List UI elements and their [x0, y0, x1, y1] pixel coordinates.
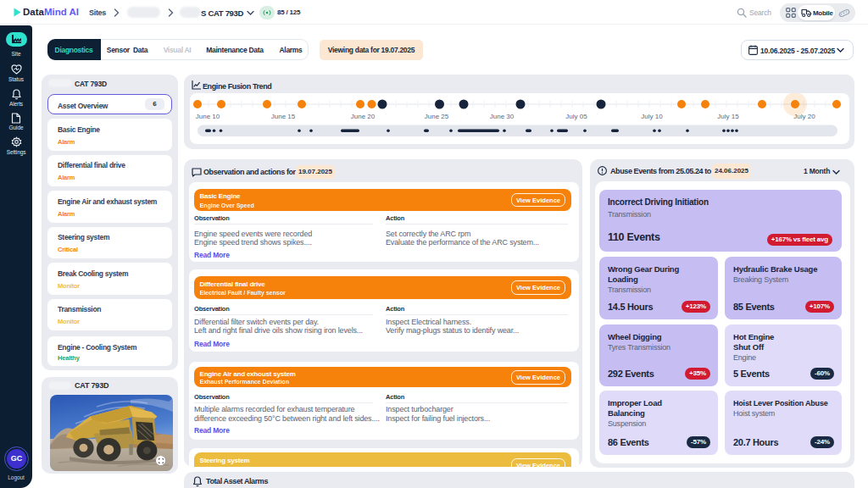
svg-text:June 30: June 30	[490, 113, 515, 120]
svg-text:July 10: July 10	[641, 113, 663, 120]
svg-text:July 05: July 05	[565, 113, 587, 120]
svg-text:June 20: June 20	[351, 113, 376, 120]
svg-text:July 15: July 15	[717, 113, 739, 120]
svg-text:June 25: June 25	[425, 113, 449, 120]
svg-text:June 15: June 15	[271, 113, 296, 120]
svg-text:July 20: July 20	[793, 113, 815, 120]
svg-text:June 10: June 10	[196, 113, 220, 120]
